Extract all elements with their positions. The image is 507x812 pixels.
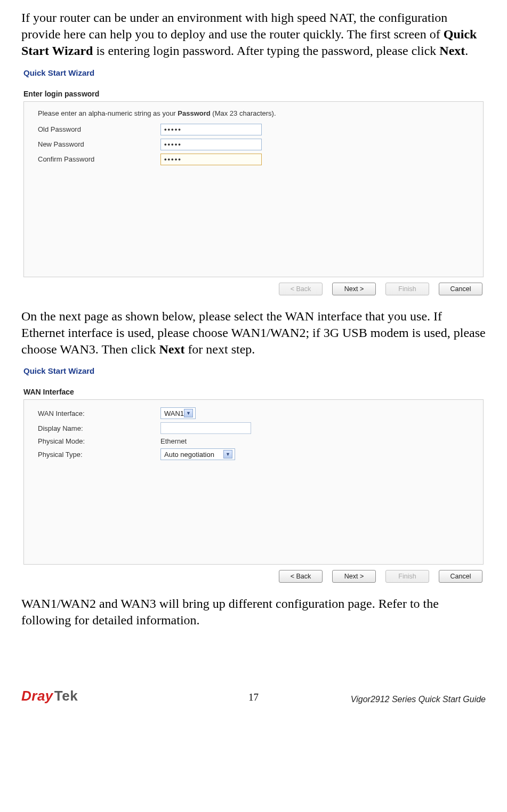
old-password-input[interactable]: ••••• [160,124,262,135]
divider [23,377,484,378]
wizard-button-row: < Back Next > Finish Cancel [23,565,484,584]
text-bold: Next [159,342,184,356]
logo-part-1: Dray [21,688,53,704]
new-password-label: New Password [38,140,160,148]
intro-paragraph-2: On the next page as shown below, please … [21,308,486,358]
finish-button: Finish [385,283,429,295]
wizard-title: Quick Start Wizard [23,363,484,377]
physical-mode-label: Physical Mode: [38,437,160,445]
page-footer: DrayTek 17 Vigor2912 Series Quick Start … [21,688,486,704]
section-heading: Enter login password [23,87,484,101]
confirm-password-input[interactable]: ••••• [160,154,262,165]
next-button[interactable]: Next > [332,570,376,583]
physical-type-label: Physical Type: [38,451,160,459]
text-bold: Password [178,109,210,117]
cancel-button[interactable]: Cancel [439,570,482,583]
page-number: 17 [248,692,259,703]
next-button[interactable]: Next > [332,283,376,295]
divider [23,79,484,80]
chevron-down-icon: ▼ [223,450,232,459]
text: Please enter an alpha-numeric string as … [38,109,178,117]
text: . [465,44,468,58]
text: If your router can be under an environme… [21,11,447,41]
wizard-button-row: < Back Next > Finish Cancel [23,277,484,296]
text: (Max 23 characters). [211,109,276,117]
guide-title: Vigor2912 Series Quick Start Guide [351,695,486,704]
wizard-screenshot-wan: Quick Start Wizard WAN Interface WAN Int… [21,363,486,586]
cancel-button[interactable]: Cancel [439,283,482,295]
wizard-screenshot-password: Quick Start Wizard Enter login password … [21,65,486,299]
wizard-panel: WAN Interface: WAN1 ▼ Display Name: Phys… [23,399,484,565]
back-button: < Back [279,283,323,295]
wizard-panel: Please enter an alpha-numeric string as … [23,101,484,277]
select-value: Auto negotiation [164,451,214,459]
wan-interface-select[interactable]: WAN1 ▼ [160,407,196,419]
physical-mode-value: Ethernet [160,437,187,445]
text-bold: Next [439,44,465,58]
instruction-text: Please enter an alpha-numeric string as … [38,109,474,117]
wizard-title: Quick Start Wizard [23,65,484,79]
text: for next step. [184,342,255,356]
new-password-input[interactable]: ••••• [160,139,262,150]
intro-paragraph-1: If your router can be under an environme… [21,10,486,60]
section-heading: WAN Interface [23,385,484,399]
display-name-label: Display Name: [38,424,160,432]
logo-part-2: Tek [54,688,78,704]
intro-paragraph-3: WAN1/WAN2 and WAN3 will bring up differe… [21,596,486,629]
brand-logo: DrayTek [21,688,78,704]
finish-button: Finish [385,570,429,583]
display-name-input[interactable] [160,422,251,434]
confirm-password-label: Confirm Password [38,155,160,163]
physical-type-select[interactable]: Auto negotiation ▼ [160,448,235,460]
back-button[interactable]: < Back [279,570,323,583]
chevron-down-icon: ▼ [184,409,193,417]
wan-interface-label: WAN Interface: [38,409,160,417]
select-value: WAN1 [164,409,184,417]
old-password-label: Old Password [38,125,160,133]
text: is entering login password. After typing… [93,44,439,58]
